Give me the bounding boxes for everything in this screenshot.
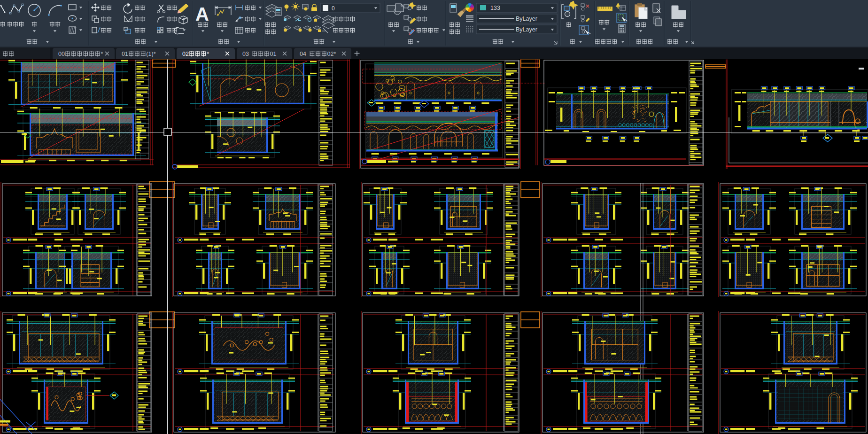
- svg-text:0: 0: [327, 51, 331, 57]
- svg-text:0: 0: [300, 51, 303, 57]
- svg-text:ByLayer: ByLayer: [516, 16, 537, 22]
- svg-text:0: 0: [182, 51, 186, 57]
- svg-text:0: 0: [58, 51, 62, 57]
- svg-text:*: *: [207, 51, 209, 57]
- svg-text:0: 0: [332, 5, 335, 12]
- svg-text:4: 4: [303, 51, 306, 57]
- svg-text:*: *: [334, 51, 336, 57]
- svg-text:0: 0: [242, 51, 246, 57]
- svg-text:*: *: [101, 51, 103, 57]
- svg-text:ByLayer: ByLayer: [516, 26, 537, 33]
- svg-text:0: 0: [270, 51, 273, 57]
- svg-text:1: 1: [125, 51, 128, 57]
- svg-text:0: 0: [62, 51, 65, 57]
- svg-text:0: 0: [122, 51, 125, 57]
- svg-text:1: 1: [273, 51, 277, 57]
- svg-text:2: 2: [331, 51, 334, 57]
- svg-text:133: 133: [490, 5, 500, 11]
- svg-text:3: 3: [246, 51, 249, 57]
- svg-text:*: *: [154, 51, 156, 57]
- svg-text:2: 2: [186, 51, 189, 57]
- svg-text:1: 1: [148, 51, 152, 57]
- svg-text:A: A: [195, 4, 209, 24]
